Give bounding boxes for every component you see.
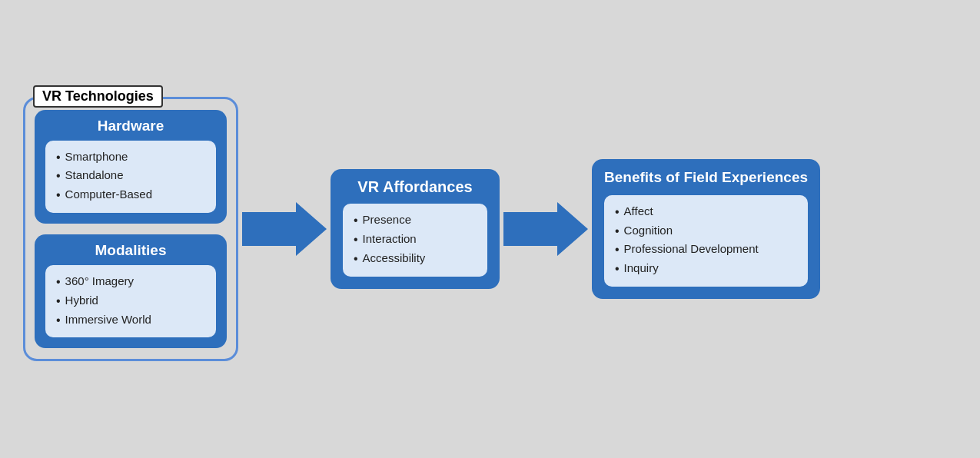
list-item: Immersive World — [56, 311, 205, 330]
arrow-1 — [238, 198, 331, 260]
hardware-items: Smartphone Standalone Computer-Based — [45, 141, 216, 213]
svg-marker-0 — [242, 202, 327, 256]
list-item: Inquiry — [615, 260, 797, 279]
list-item: Cognition — [615, 222, 797, 241]
arrow-2 — [500, 198, 592, 260]
list-item: Computer-Based — [56, 186, 205, 205]
list-item: Accessibility — [354, 250, 477, 269]
list-item: Interaction — [354, 231, 477, 250]
vr-technologies-container: VR Technologies Hardware Smartphone Stan… — [23, 97, 238, 362]
vr-technologies-title: VR Technologies — [33, 85, 163, 108]
hardware-box: Hardware Smartphone Standalone Computer-… — [35, 110, 227, 224]
affordances-items: Presence Interaction Accessibility — [343, 204, 487, 276]
hardware-heading: Hardware — [45, 118, 216, 134]
list-item: Standalone — [56, 167, 205, 186]
diagram: VR Technologies Hardware Smartphone Stan… — [0, 0, 980, 458]
modalities-box: Modalities 360° Imagery Hybrid Immersive… — [35, 234, 227, 348]
arrow-shape-2 — [503, 198, 588, 260]
list-item: Professional Development — [615, 241, 797, 260]
hardware-list: Smartphone Standalone Computer-Based — [56, 148, 205, 205]
benefits-items: Affect Cognition Professional Developmen… — [604, 195, 808, 287]
affordances-box: VR Affordances Presence Interaction Acce… — [331, 169, 500, 288]
modalities-heading: Modalities — [45, 242, 216, 259]
list-item: Presence — [354, 211, 477, 231]
benefits-list: Affect Cognition Professional Developmen… — [615, 203, 797, 279]
list-item: Hybrid — [56, 292, 205, 311]
svg-marker-1 — [503, 202, 588, 256]
list-item: Smartphone — [56, 148, 205, 168]
affordances-heading: VR Affordances — [343, 178, 487, 196]
benefits-box: Benefits of Field Experiences Affect Cog… — [592, 159, 820, 299]
modalities-list: 360° Imagery Hybrid Immersive World — [56, 273, 205, 330]
list-item: 360° Imagery — [56, 273, 205, 292]
modalities-items: 360° Imagery Hybrid Immersive World — [45, 265, 216, 337]
list-item: Affect — [615, 203, 797, 222]
affordances-list: Presence Interaction Accessibility — [354, 211, 477, 268]
benefits-heading: Benefits of Field Experiences — [604, 168, 808, 188]
arrow-shape-1 — [242, 198, 327, 260]
